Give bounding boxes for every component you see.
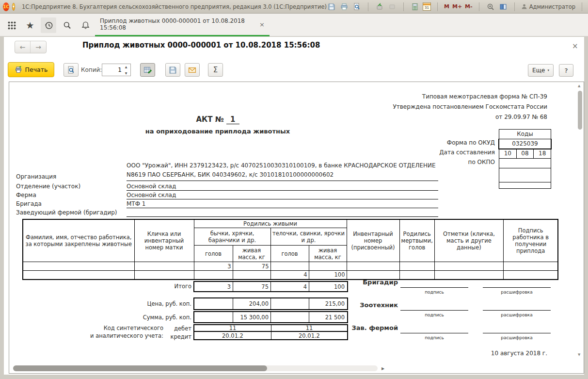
vertical-scrollbar[interactable]: ▲ ▼	[577, 83, 583, 363]
signature-caption: расшифровка	[483, 335, 551, 340]
signature-line	[483, 304, 551, 311]
command-bar: Печать Копий: ▲ ▼ Σ	[4, 58, 584, 79]
copies-down-icon[interactable]: ▼	[125, 71, 127, 75]
form-close-icon[interactable]: ×	[572, 42, 578, 50]
totals-row: 3 75 4 100	[193, 281, 348, 292]
col-header-group2: телочки, свинки, ярочки и др.	[270, 228, 347, 246]
signature-line	[483, 281, 551, 288]
memory-m-button[interactable]: М	[444, 3, 449, 10]
main-menu-dropdown-icon[interactable]: ▾	[12, 3, 15, 11]
spreadsheet-document[interactable]: Типовая межотраслевая форма № СП-39 Утве…	[9, 82, 584, 374]
forward-button[interactable]: →	[31, 41, 46, 53]
credit-label: кредит	[135, 333, 191, 340]
print-icon[interactable]	[339, 2, 349, 12]
col-header-born-alive: Родились живыми	[194, 219, 347, 228]
divider	[479, 2, 479, 11]
signature-role: Зав. фермой	[340, 324, 398, 331]
credit-row: 20.01.2 20.01.2	[193, 332, 348, 340]
edit-table-button[interactable]	[140, 63, 155, 77]
save-document-button[interactable]	[165, 63, 180, 77]
printer-icon	[15, 66, 22, 74]
preview-button[interactable]	[64, 63, 79, 77]
sum-row: 15 300,00 21 500	[193, 311, 348, 323]
col-header-weight1: живая масса, кг	[233, 246, 270, 262]
divider	[403, 2, 404, 11]
scroll-right-icon[interactable]: ▶	[381, 366, 384, 371]
sum-button[interactable]: Σ	[208, 63, 223, 77]
search-icon[interactable]	[59, 17, 75, 33]
form-area: ← → Приплод животных 0000-000001 от 10.0…	[4, 37, 584, 375]
organization-label: Организация	[16, 172, 56, 181]
calendar-icon[interactable]: 31	[423, 2, 431, 11]
price-label: Цена, руб. коп.	[106, 300, 191, 307]
page-title: Приплод животных 0000-000001 от 10.08.20…	[82, 41, 320, 49]
farm-manager-value	[127, 208, 438, 217]
act-number: 1	[226, 115, 239, 124]
document-date: 10 августа 2018 г.	[491, 350, 547, 357]
tab-close-icon[interactable]: ×	[259, 21, 265, 28]
brigade-value: МТФ 1	[127, 199, 438, 208]
organization-value: ООО "Урожай", ИНН 2379123423, р/с 407025…	[127, 161, 438, 181]
document-tab[interactable]: Приплод животных 0000-000001 от 10.08.20…	[95, 14, 270, 36]
sum-label: Сумма, руб. коп.	[106, 314, 191, 321]
okud-value: 0325039	[499, 139, 551, 148]
act-title: АКТ № 1	[130, 115, 305, 124]
act-subtitle: на оприходование приплода животных	[101, 128, 334, 135]
split-view-icon[interactable]	[498, 2, 508, 12]
col-header-group1: бычки, хрячки, баранчики и др.	[194, 228, 270, 246]
copies-spinner: ▲ ▼	[102, 64, 131, 76]
signature-caption: подпись	[400, 313, 468, 317]
notifications-bell-icon[interactable]	[78, 17, 93, 33]
col-header-weight2: живая масса, кг	[309, 246, 347, 262]
col-header-worker: Фамилия, имя, отчество работника, за кот…	[23, 219, 134, 262]
print-preview-icon[interactable]	[352, 2, 362, 12]
signature-caption: подпись	[400, 290, 468, 295]
table-row: 375	[23, 262, 558, 271]
divider	[514, 2, 515, 11]
tab-label: Приплод животных 0000-000001 от 10.08.20…	[100, 17, 254, 31]
memory-m-plus-button[interactable]: М+	[452, 3, 462, 10]
col-header-signature: Подпись работника в получении приплода	[503, 219, 558, 262]
signature-role: Бригадир	[340, 279, 398, 286]
copies-up-icon[interactable]: ▲	[125, 65, 127, 69]
send-email-button[interactable]	[185, 63, 200, 77]
date-label: Дата составления	[439, 149, 495, 156]
col-header-notes: Отметки (кличка, масть и другие данные)	[434, 219, 503, 262]
memory-m-minus-button[interactable]: М-	[465, 3, 473, 10]
col-header-nickname: Кличка или инвентарный номер матки	[134, 219, 194, 262]
okpo-value	[499, 159, 551, 168]
save-icon[interactable]	[327, 2, 336, 12]
current-user[interactable]: Администратор	[521, 3, 575, 10]
col-header-heads2: голов	[270, 246, 309, 262]
scroll-down-icon[interactable]: ▼	[578, 353, 580, 357]
department-label: Отделение (участок)	[16, 182, 80, 191]
signature-caption: расшифровка	[483, 290, 551, 295]
favorites-star-icon[interactable]: ★	[22, 17, 38, 33]
col-header-inventory: Инвентарный номер (присвоенный)	[347, 219, 399, 262]
back-button[interactable]: ←	[15, 41, 31, 53]
vertical-scroll-thumb[interactable]	[578, 91, 582, 130]
horizontal-scrollbar[interactable]	[13, 365, 378, 371]
history-icon[interactable]	[41, 17, 56, 33]
horizontal-scroll-thumb[interactable]	[13, 365, 267, 371]
user-name: Администратор	[529, 3, 575, 10]
signature-caption: подпись	[400, 335, 468, 340]
date-month: 08	[516, 149, 534, 158]
main-menu-grid-icon[interactable]	[4, 17, 19, 33]
codes-header: Коды	[499, 130, 551, 139]
zoom-icon[interactable]	[486, 2, 495, 12]
copies-input[interactable]	[102, 64, 122, 76]
signature-line	[400, 281, 468, 288]
help-button[interactable]: ?	[559, 64, 573, 77]
title-bar: 1С ▾ 1С:Предприятие 8. Бухгалтерия сельс…	[0, 0, 588, 14]
totals-label: Итого	[106, 283, 191, 290]
calculator-icon[interactable]	[410, 2, 420, 12]
1c-logo-icon: 1С	[3, 2, 9, 11]
get-link-icon[interactable]	[375, 2, 384, 12]
more-button[interactable]: Еще ▾	[528, 64, 554, 77]
divider	[582, 2, 582, 11]
codes-table: Коды 0325039 10 08 18	[499, 129, 551, 189]
scroll-up-icon[interactable]: ▲	[578, 84, 580, 88]
print-button[interactable]: Печать	[8, 62, 54, 77]
signature-role: Зоотехник	[340, 301, 398, 309]
